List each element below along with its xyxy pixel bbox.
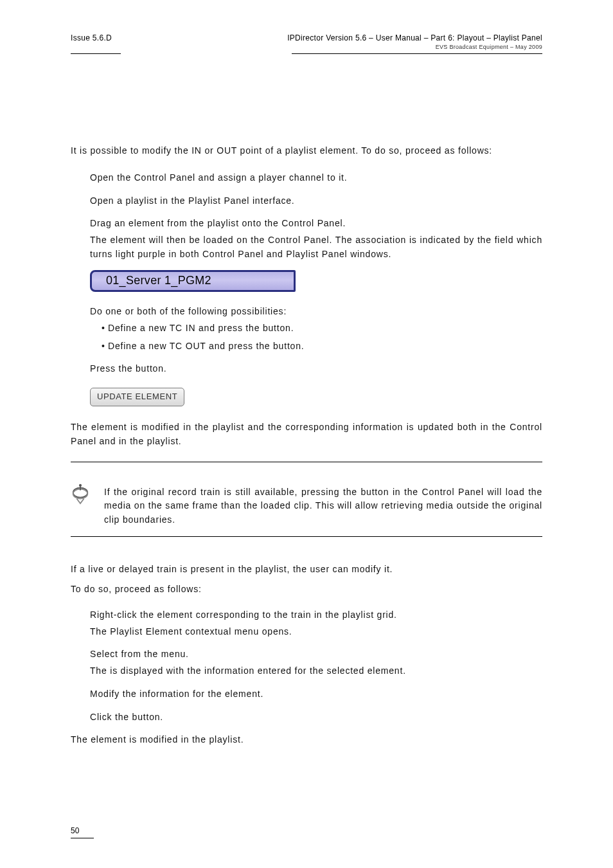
doc-title-block: IPDirector Version 5.6 – User Manual – P… (287, 33, 542, 51)
section-b-steps: Right-click the element corresponding to… (71, 608, 542, 724)
section-a-closing: The element is modified in the playlist … (71, 420, 542, 448)
section-a-steps-contd: Do one or both of the following possibil… (71, 305, 542, 376)
footer-rule (71, 838, 94, 838)
b-step-4-b: button. (132, 712, 163, 722)
section-b-line1: If a live or delayed train is present in… (71, 563, 542, 577)
step-5-a: Press the (90, 363, 136, 374)
bullet-mark-in: • Define a new TC IN and press the butto… (102, 321, 542, 336)
note-separator-top (71, 462, 542, 462)
b-step-4: Click the button. (90, 710, 542, 725)
b-step-3: Modify the information for the element. (90, 687, 542, 701)
bullet-mark-in-text: Define a new TC IN and press the button. (108, 321, 542, 336)
page-footer: 50 (71, 826, 94, 838)
bullet-mark-out-b: button. (273, 341, 304, 351)
channel-field-text: 01_Server 1_PGM2 (106, 272, 211, 290)
step-3-text: Drag an element from the playlist onto t… (90, 218, 346, 228)
note-text: If the original record train is still av… (104, 485, 542, 527)
svg-point-3 (79, 484, 82, 486)
bullet-mark-in-b: button. (263, 323, 294, 333)
section-update-train: If a live or delayed train is present in… (71, 563, 542, 747)
b-step-3-text: Modify the information for the element. (90, 689, 263, 699)
b-step-2-text: Select from the menu. (90, 649, 189, 659)
doc-title: IPDirector Version 5.6 – User Manual – P… (287, 33, 542, 44)
step-1-text: Open the Control Panel and assign a play… (90, 172, 348, 183)
section-b-line2: To do so, proceed as follows: (71, 583, 542, 597)
step-4-bullets: • Define a new TC IN and press the butto… (90, 321, 542, 353)
b-step-4-a: Click the (90, 712, 132, 722)
channel-field-example: 01_Server 1_PGM2 (90, 270, 296, 292)
step-4-intro: Do one or both of the following possibil… (90, 306, 287, 316)
bullet-mark-out: • Define a new TC OUT and press the butt… (102, 339, 542, 354)
section-a-steps: Open the Control Panel and assign a play… (71, 171, 542, 261)
issue-label: Issue 5.6.D (71, 33, 112, 42)
b-step-2-b: from the menu. (121, 649, 188, 659)
bullet-dot: • (102, 339, 108, 354)
update-element-button[interactable]: UPDATE ELEMENT (90, 388, 184, 406)
b-step-1-sub: The Playlist Element contextual menu ope… (90, 625, 542, 639)
section-update-element: It is possible to modify the IN or OUT p… (71, 144, 542, 448)
b-step-2-sub: The is displayed with the information en… (90, 664, 542, 678)
b-step-2-sub-b: is displayed with the information entere… (110, 665, 406, 676)
note-content: If the original record train is still av… (104, 471, 542, 527)
step-5-b: button. (136, 363, 166, 374)
page-header: Issue 5.6.D IPDirector Version 5.6 – Use… (71, 33, 542, 51)
header-rule-left (71, 53, 121, 54)
section-a-intro: It is possible to modify the IN or OUT p… (71, 144, 542, 158)
b-step-2-sub-a: The (90, 665, 110, 676)
content: It is possible to modify the IN or OUT p… (71, 54, 542, 747)
note-text-a: If the original record train is still av… (104, 487, 361, 497)
note-icon (71, 483, 90, 505)
b-step-2-a: Select (90, 649, 121, 659)
step-5: Press the button. (90, 362, 542, 376)
step-3-body-a: The element will then be loaded on the C… (90, 235, 495, 245)
page: Issue 5.6.D IPDirector Version 5.6 – Use… (0, 0, 613, 868)
note-block: If the original record train is still av… (71, 471, 542, 527)
bullet-mark-out-text: Define a new TC OUT and press the button… (108, 339, 542, 354)
bullet-mark-in-a: Define a new TC IN and press the (108, 323, 263, 333)
step-1: Open the Control Panel and assign a play… (90, 171, 542, 185)
b-step-1-text: Right-click the element corresponding to… (90, 610, 397, 620)
step-2-text: Open a playlist in the Playlist Panel in… (90, 195, 295, 206)
step-3-body: The element will then be loaded on the C… (90, 233, 542, 261)
b-step-2: Select from the menu. The is displayed w… (90, 647, 542, 678)
bullet-dot: • (102, 321, 108, 336)
b-step-1: Right-click the element corresponding to… (90, 608, 542, 638)
bullet-mark-out-a: Define a new TC OUT and press the (108, 341, 273, 351)
b-step-4-text: Click the button. (90, 712, 163, 722)
step-2: Open a playlist in the Playlist Panel in… (90, 194, 542, 208)
doc-subtitle: EVS Broadcast Equipment – May 2009 (287, 44, 542, 51)
note-separator-bottom (71, 536, 542, 537)
page-number: 50 (71, 826, 79, 835)
step-4: Do one or both of the following possibil… (90, 305, 542, 353)
header-rule-right (292, 53, 542, 54)
step-5-text: Press the button. (90, 363, 166, 374)
section-b-closing: The element is modified in the playlist. (71, 733, 542, 747)
step-3: Drag an element from the playlist onto t… (90, 217, 542, 261)
